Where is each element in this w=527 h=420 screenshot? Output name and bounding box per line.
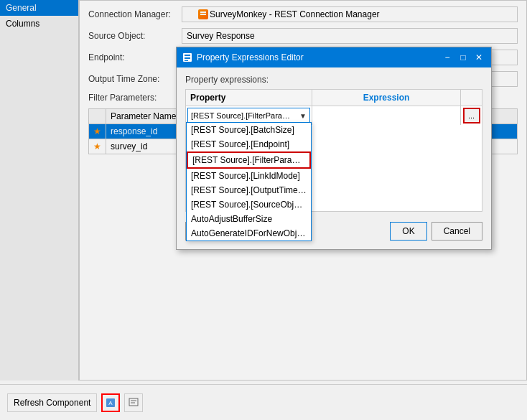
dialog-title-left: Property Expressions Editor (182, 52, 304, 62)
component-icon: A (106, 398, 116, 408)
dialog-footer-right: OK Cancel (390, 222, 482, 241)
btn-col-header (460, 90, 482, 106)
dialog-title-text: Property Expressions Editor (197, 52, 304, 62)
dialog-titlebar-icons: − □ ✕ (441, 51, 485, 64)
refresh-component-button[interactable]: Refresh Component (7, 393, 97, 412)
cancel-button[interactable]: Cancel (432, 222, 482, 241)
svg-rect-3 (185, 60, 188, 61)
property-expressions-label: Property expressions: (185, 75, 482, 85)
ellipsis-button[interactable]: ... (463, 108, 480, 123)
expression-col-header: Expression (312, 90, 460, 106)
expressions-grid-container: Property Expression [REST Source].[Filte… (185, 89, 482, 212)
expr-row: [REST Source].[FilterParameters] ▼ [REST… (186, 106, 482, 125)
selected-property-text: [REST Source].[FilterParameters] (191, 111, 292, 120)
dialog-body: Property expressions: Property Expressio… (177, 67, 491, 249)
dialog-titlebar: Property Expressions Editor − □ ✕ (177, 47, 491, 67)
dropdown-item-4[interactable]: [REST Source].[OutputTimeZo...] (187, 183, 311, 197)
svg-rect-2 (185, 57, 190, 59)
grid-header-row: Property Expression (186, 90, 482, 106)
svg-rect-1 (185, 55, 190, 56)
minimize-button[interactable]: − (441, 51, 454, 64)
component-icon-2 (129, 398, 139, 408)
property-dropdown[interactable]: [REST Source].[FilterParameters] ▼ (187, 108, 310, 123)
dropdown-item-0[interactable]: [REST Source].[BatchSize] (187, 123, 311, 137)
expression-cell (312, 106, 460, 125)
property-expressions-dialog: Property Expressions Editor − □ ✕ Proper… (176, 47, 492, 250)
dropdown-item-5[interactable]: [REST Source].[SourceObject] (187, 197, 311, 212)
dropdown-item-7[interactable]: AutoGenerateIDForNewObjects (187, 226, 311, 241)
dropdown-item-1[interactable]: [REST Source].[Endpoint] (187, 137, 311, 151)
main-panel: General Columns Connection Manager: Surv… (0, 0, 527, 420)
dropdown-item-6[interactable]: AutoAdjustBufferSize (187, 212, 311, 226)
svg-text:A: A (109, 400, 113, 406)
dialog-title-icon (182, 52, 192, 62)
close-button[interactable]: ✕ (472, 51, 485, 64)
property-dropdown-list[interactable]: [REST Source].[BatchSize] [REST Source].… (186, 122, 312, 241)
dropdown-item-3[interactable]: [REST Source].[LinkIdMode] (187, 169, 311, 183)
property-col-header: Property (186, 90, 312, 106)
ellipsis-btn-cell: ... (460, 106, 482, 125)
icon-button-2[interactable] (124, 393, 143, 412)
dropdown-item-2[interactable]: [REST Source].[FilterParameters] (187, 151, 311, 169)
icon-button-1[interactable]: A (101, 393, 120, 412)
svg-rect-6 (129, 398, 138, 406)
maximize-button[interactable]: □ (457, 51, 470, 64)
bottom-bar: Refresh Component A (0, 384, 527, 420)
dropdown-arrow-icon: ▼ (299, 112, 307, 120)
property-cell: [REST Source].[FilterParameters] ▼ [REST… (186, 106, 312, 125)
ok-button[interactable]: OK (390, 222, 426, 241)
